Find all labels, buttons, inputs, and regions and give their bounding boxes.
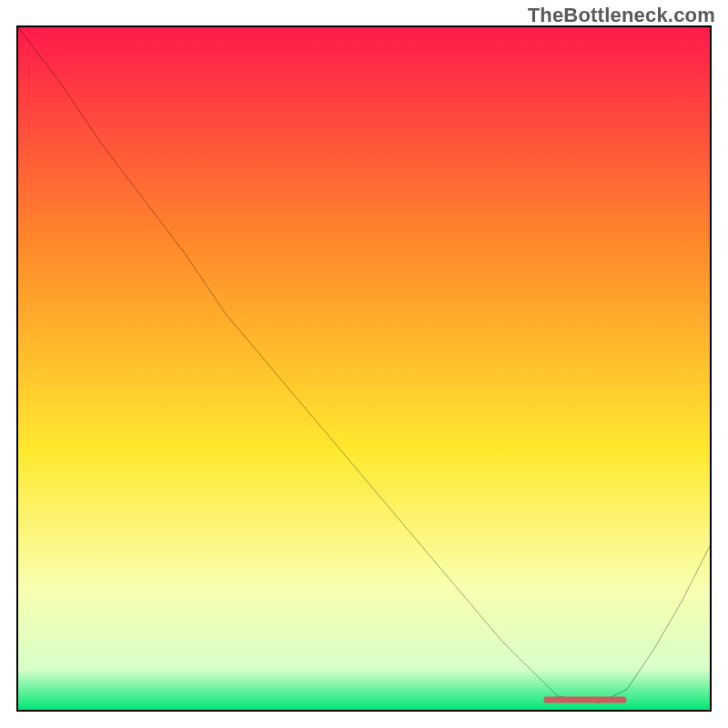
bottleneck-chart: TheBottleneck.com bbox=[0, 0, 728, 728]
watermark-text: TheBottleneck.com bbox=[528, 4, 715, 27]
plot-area bbox=[16, 25, 712, 712]
bottleneck-curve bbox=[18, 27, 710, 703]
sweet-spot-marker bbox=[544, 696, 627, 703]
curve-layer bbox=[18, 27, 710, 710]
